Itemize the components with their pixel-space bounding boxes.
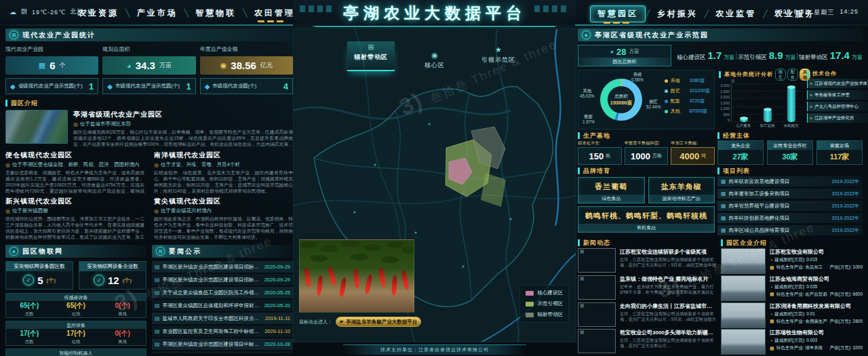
footer-text: 技术支持单位：江苏叁拾叁信息技术有限公司 [380,347,489,353]
news-dynamics-list: 江苏乾宝牧业连续斩获多个省级奖项近日，江苏乾宝牧业有限公司连续斩获多个省级奖项，… [578,248,717,353]
leaf-shape [320,245,338,252]
zone-icon: ⊞ [368,43,374,52]
iot-device-group: 智能控制机器人8(个)总数8(个)在线0(个)离线 [5,349,146,356]
project-row[interactable]: ▦肉羊智慧养殖平台建设项目2019-2022年 [717,201,863,211]
legend-name: 配套 [671,98,687,104]
brand-box-2[interactable]: 鹤鸣轩桃、鹤鸣轩梨、鹤鸣轩核桃有机食品 [578,206,715,233]
news-item[interactable]: 江苏乾宝牧业连续斩获多个省级奖项近日，江苏乾宝牧业有限公司连续斩获多个省级奖项，… [578,248,717,273]
leaf-shape [381,256,399,263]
map-button-引领示范区[interactable]: ★引领示范区 [475,44,522,71]
document-icon: ▤ [155,264,160,270]
zone-stats: 核心建设区1.7万亩|示范引领区8.9万亩|辐射带动区17.4万亩 [677,50,863,62]
nav-tab-智慧物联[interactable]: 智慧物联 [189,5,243,21]
legend-row: 辐射带动区 [526,311,564,318]
news-item[interactable]: 走向我们的小康生活丨江苏省盐城市…近日，江苏乾宝牧业有限公司连续斩获多个省级奖项… [578,302,717,327]
legend-label: 核心建设区 [538,290,564,296]
section-title: 园区物联网 [22,247,63,256]
announcement-row[interactable]: ▤亭湖区新兴镇农业示范园区建设项目招标公告2020-09-29 [152,261,293,273]
park-aerial-photo[interactable] [5,110,68,144]
enterprise-title: 园区企业介绍 [721,239,863,246]
mini-stat: ◆省级现代农业产业示范园(个)1 [5,78,98,94]
app-root: ☁ 阴 19℃-26℃ 北风2级 农业资源╲产业市场╲智慧物联╲农田管理 智慧园… [0,0,868,356]
chevron-right-icon: » [810,81,812,86]
nav-tab-智慧园区[interactable]: 智慧园区 [590,5,646,22]
brand-panel: 品牌培育 香兰葡萄绿色食品盐东羊角椒国家地理标志产品 鹤鸣轩桃、鹤鸣轩梨、鹤鸣轩… [578,167,715,237]
map-zone-buttons: ⊞辐射带动区◉核心区★引领示范区 [294,41,576,71]
project-row[interactable]: ▦肉羊科技创新基地孵化项目2019-2022年 [717,213,863,223]
legend-dot [665,79,668,83]
y-tick: 2,000 [720,95,730,99]
tech-cooperation-item[interactable]: »羊角椒专家工作室 [807,90,868,100]
document-icon: ▦ [721,178,726,184]
chili-platform-button[interactable]: ☛ 亭湖盐东羊角椒产业大数据平台 [336,317,421,327]
map-button-核心区[interactable]: ◉核心区 [418,50,452,71]
device-count-label: 在线 [53,339,100,345]
device-count-label: 总数 [6,311,53,317]
project-row[interactable]: ▦肉羊联农富农基地建设项目2019-2022年 [717,176,863,186]
production-label: 标准化羊舍: [578,140,622,146]
location-text: 位于新兴镇西侧 [12,207,48,214]
nav-tab-农业监管[interactable]: 农业监管 [709,6,763,22]
area-icon: ◔ [770,258,772,262]
base-classification-panel: 基地分类统计分析 园艺配套其他 亩 3,0002,5002,0001,5001,… [717,70,804,130]
announcement-row[interactable]: ▤亭湖区黄尖镇园区总体规划和环评申报材…2020-05-20 [152,300,293,311]
enterprise-item[interactable]: 江苏金地海商贸有限公司◔建成面积(万亩): 0.035▦特色主导产业: 农产品贸… [721,275,863,300]
bar-加工贸易[interactable] [764,109,772,122]
tech-cooperation-item[interactable]: »户太八号品种管理中心 [807,102,868,111]
tech-cooperation-item[interactable]: »江苏省现代农业产业技术体系 [807,79,868,88]
legend-row: 示范引领区 [526,300,564,307]
section-demo-park: ◈ 亭湖区省级现代农业产业示范园 [578,28,863,41]
announcement-row[interactable]: ▤农业园区监控室及卫生间装饰工程中标候…2020-11-10 [152,325,293,337]
device-stat: 17(个)在线 [53,329,100,345]
legend-value: 1080亩 [690,77,705,84]
announcement-title: 亭湖区新兴镇农业示范园区建设项目招标公告 [163,277,262,283]
bar-公共服务[interactable] [740,118,748,122]
legend-label: 辐射带动区 [538,311,564,318]
weekday-label: 星期三 [814,8,834,17]
bar-休闲观光[interactable] [787,87,795,122]
announcement-row[interactable]: ▤亭湖区新兴镇农业示范园区建设项目招标公告2020-09-29 [152,274,293,285]
news-item[interactable]: 盐东镇：做强特色产业 擦亮地标名片近年来，盐东镇大力发展盐东羊角椒产业，着力打好… [578,275,717,300]
map-button-辐射带动区[interactable]: ⊞辐射带动区 [347,41,395,71]
device-stat: 17(个)总数 [6,329,53,345]
leaf-shape [351,254,368,260]
enterprise-item[interactable]: 江苏瑞牧生物有限公司◔建成面积(万亩): 0.003▦特色主导产业: 湖羊养殖产… [721,329,863,353]
document-icon: ▤ [155,341,160,347]
leaf-shape [364,244,382,251]
brand-box-1[interactable]: 盐东羊角椒国家地理标志产品 [648,177,715,203]
project-name: 肉羊科技创新基地孵化项目 [729,215,829,222]
brand-box-0[interactable]: 香兰葡萄绿色食品 [578,177,645,203]
announcement-row[interactable]: ▤关于成立黄尖镇食品工业园区防汛工作领导…2020-05-25 [152,287,293,298]
enter-caption: 鼠标点击进入： [299,319,332,325]
iot-device-group: 监控设备17(个)总数17(个)在线0(个)离线 [5,321,146,346]
business-label: 家庭农场 [817,141,862,150]
announcement-row[interactable]: ▤亭湖区新兴镇农业示范园区建设项目中标候…2020-10-22 [152,351,293,353]
project-name: 肉羊联农富农基地建设项目 [729,178,829,185]
production-stat: 年繁育羊角椒种苗:1000万株 [625,140,669,165]
location-text: 位于黄尖镇花川村境内 [161,207,212,214]
enterprise-item[interactable]: 江苏润泽食用菌科技发展有限公司◔建成面积(万亩): 0.01▦特色主导产业: 食… [721,302,863,327]
enterprise-panel: 园区企业介绍 江苏乾宝牧业有限公司◔建成面积(万亩): 0.015▦特色主导产业… [721,239,863,353]
nav-tab-乡村振兴[interactable]: 乡村振兴 [650,6,705,22]
stat-card-2: ◉38.56亿元 [200,56,293,75]
enterprise-item[interactable]: 江苏乾宝牧业有限公司◔建成面积(万亩): 0.015▦特色主导产业: 食品加工产… [721,248,863,273]
medal-icon: ◆ [205,83,210,90]
legend-row: 核心建设区 [526,290,564,296]
news-title: 盐东镇：做强特色产业 擦亮地标名片 [620,275,717,283]
tech-cooperation-item[interactable]: »江苏湖羊产业研究所 [807,113,868,123]
announcement-row[interactable]: ▤亭湖区新兴镇农业示范园区建设项目中标候…2020-10-28 [152,338,293,350]
nav-tab-农业资源[interactable]: 农业资源 [71,5,125,21]
project-name: 肉羊区域公共品牌培育项目 [729,227,829,234]
district-map[interactable]: ⊞辐射带动区◉核心区★引领示范区 核心建设区示范引领区辐射带动区 鼠标点击进入：… [293,28,576,342]
news-item[interactable]: 乾宝牧业公司3000多头湖羊助力新疆…近日，江苏乾宝牧业有限公司连续斩获多个省级… [578,329,717,353]
project-row[interactable]: ▦肉羊区域公共品牌培育项目2019-2022年 [717,225,863,235]
announcement-row[interactable]: ▤盐城市人民政府关于印发全市园区科技企业…2019-11-11 [152,313,293,324]
nav-tab-产业市场[interactable]: 产业市场 [130,5,184,21]
chili-field-video[interactable] [299,239,414,313]
mini-stat: ◆市级现代农业园(个)4 [200,78,293,94]
slice-pct: 0.56% [631,77,644,83]
project-row[interactable]: ▦肉羊屠宰加工设备采购项目2019-2022年 [717,189,863,199]
park-description: 园区地处黄海之滨、丹顶鹤自然保护区腹地，以菊花、优质稻米、特色水产为主导产业，集… [154,216,293,240]
legend-name: 园艺 [671,87,687,94]
zone-value: 8.9 [769,50,783,61]
